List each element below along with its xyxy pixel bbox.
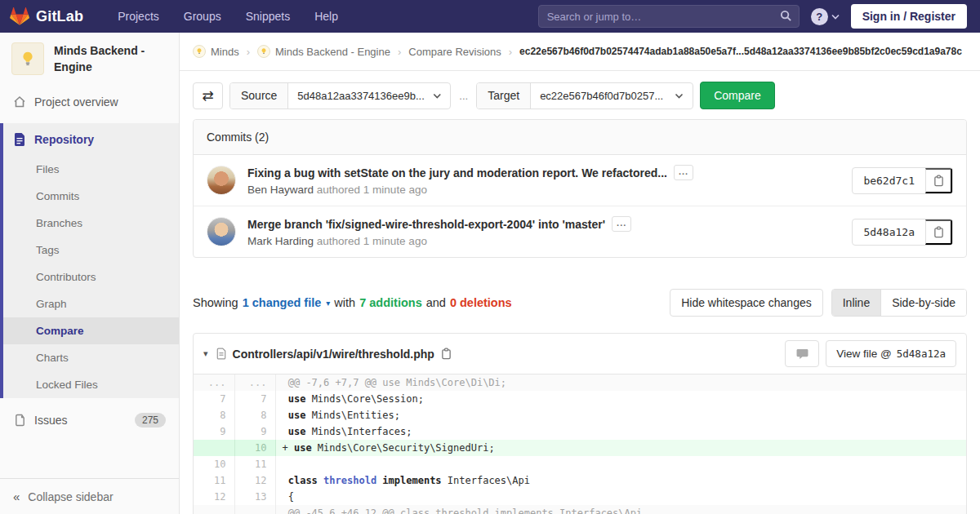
diff-view-toggle: Inline Side-by-side [831, 289, 967, 317]
commit-description-toggle[interactable]: ... [612, 216, 631, 232]
old-line-number[interactable]: 12 [194, 489, 234, 505]
file-path-link[interactable]: Controllers/api/v1/wire/threshold.php [233, 348, 434, 361]
commit-authored-time: authored 1 minute ago [317, 235, 427, 247]
help-question-icon: ? [811, 8, 828, 25]
sign-in-register-button[interactable]: Sign in / Register [851, 4, 967, 29]
copy-file-path-button[interactable] [441, 348, 452, 360]
commit-sha[interactable]: 5d48a12a [853, 219, 925, 245]
nav-item-groups[interactable]: Groups [184, 10, 221, 23]
swap-revisions-button[interactable]: ⇄ [193, 82, 223, 109]
commit-row: Merge branch 'fix/signed-wire-threshold-… [194, 206, 966, 257]
group-avatar [193, 45, 206, 58]
diff-line-row: 11 12 class threshold implements Interfa… [194, 472, 966, 489]
diff-added-line-row: 10 + use Minds\Core\Security\SignedUri; [194, 440, 966, 456]
new-line-number[interactable]: 12 [234, 472, 275, 489]
sidebar-item-project-overview[interactable]: Project overview [0, 86, 179, 118]
search-input[interactable] [538, 5, 800, 28]
commit-description-toggle[interactable]: ... [674, 165, 693, 180]
diff-line-row: 8 8 use Minds\Entities; [194, 407, 966, 423]
copy-sha-button[interactable] [925, 219, 952, 245]
top-navbar: GitLab Projects Groups Snippets Help ? S… [0, 0, 980, 33]
breadcrumb-project[interactable]: Minds Backend - Engine [257, 45, 390, 58]
commit-sha[interactable]: be62d7c1 [853, 168, 925, 193]
inline-view-toggle[interactable]: Inline [832, 290, 881, 316]
clipboard-icon [933, 226, 944, 238]
old-line-number[interactable]: 9 [194, 423, 234, 440]
old-line-number[interactable] [194, 440, 234, 456]
chevron-down-icon [433, 93, 442, 99]
gitlab-logo[interactable]: GitLab [10, 7, 83, 26]
commit-sha-box: be62d7c1 [852, 167, 953, 194]
diff-table: ... ... @@ -7,6 +7,7 @@ use Minds\Core\D… [194, 374, 966, 514]
brand-name: GitLab [36, 8, 83, 25]
target-ref-dropdown[interactable]: ec22e567b46f0d7b0257... [531, 83, 693, 109]
main-menu: Projects Groups Snippets Help [118, 10, 338, 23]
caret-down-icon: ▾ [326, 299, 330, 308]
sidebar-item-commits[interactable]: Commits [3, 183, 179, 210]
commit-author-name[interactable]: Ben Hayward [247, 184, 314, 196]
diff-line-row: 7 7 use Minds\Core\Session; [194, 391, 966, 407]
file-diff-panel: ▾ Controllers/api/v1/wire/threshold.php [193, 333, 967, 514]
commit-author-name[interactable]: Mark Harding [247, 235, 314, 247]
commit-author-avatar[interactable] [207, 166, 236, 195]
breadcrumb-group[interactable]: Minds [193, 45, 239, 58]
old-line-number[interactable]: 8 [194, 407, 234, 423]
help-dropdown[interactable]: ? [811, 8, 840, 25]
nav-item-projects[interactable]: Projects [118, 10, 159, 23]
breadcrumb-separator: › [247, 46, 250, 58]
range-separator: ... [457, 90, 470, 102]
new-line-number[interactable]: 10 [234, 440, 275, 456]
sidebar-item-branches[interactable]: Branches [3, 210, 179, 237]
search-box [538, 5, 800, 28]
sidebar-item-tags[interactable]: Tags [3, 237, 179, 264]
source-label: Source [230, 83, 288, 109]
sidebar-item-files[interactable]: Files [3, 156, 179, 183]
breadcrumb-separator: › [398, 46, 401, 58]
source-ref-dropdown[interactable]: 5d48a12aa3374136ee9b... [288, 83, 450, 109]
sidebar-item-issues[interactable]: Issues 275 [0, 403, 179, 437]
new-line-number[interactable]: 9 [234, 423, 275, 440]
sidebar-item-charts[interactable]: Charts [3, 344, 179, 371]
collapse-diff-caret-icon[interactable]: ▾ [203, 348, 208, 359]
commit-author-avatar[interactable] [207, 217, 236, 246]
chevron-down-icon [831, 14, 840, 20]
changed-files-dropdown[interactable]: 1 changed file [243, 296, 322, 309]
search-icon [780, 10, 792, 22]
project-context-link[interactable]: Minds Backend - Engine [0, 33, 179, 86]
new-line-number[interactable]: 11 [234, 456, 275, 472]
nav-item-help[interactable]: Help [314, 10, 338, 23]
home-icon [13, 95, 26, 109]
with-label: with [334, 296, 355, 309]
nav-item-snippets[interactable]: Snippets [246, 10, 290, 23]
sidebar-item-locked-files[interactable]: Locked Files [3, 371, 179, 398]
new-line-number[interactable]: 7 [234, 391, 275, 407]
sidebar-item-contributors[interactable]: Contributors [3, 264, 179, 290]
compare-form: ⇄ Source 5d48a12aa3374136ee9b... ... Tar… [193, 82, 967, 109]
sidebar-item-compare[interactable]: Compare [3, 317, 179, 344]
new-line-number[interactable]: 13 [234, 489, 275, 505]
view-file-button[interactable]: View file @ 5d48a12a [826, 340, 956, 367]
gitlab-tanuki-icon [10, 7, 29, 26]
old-line-number[interactable]: 7 [194, 391, 234, 407]
side-by-side-view-toggle[interactable]: Side-by-side [881, 290, 966, 316]
old-line-number[interactable]: 11 [194, 472, 234, 489]
toggle-comments-button[interactable] [785, 340, 819, 367]
sidebar-item-repository[interactable]: Repository [3, 123, 179, 156]
old-line-number[interactable]: 10 [194, 456, 234, 472]
breadcrumb: Minds › Minds Backend - Engine › Compare… [180, 33, 980, 71]
sidebar-item-graph[interactable]: Graph [3, 290, 179, 317]
diff-line-row: 10 11 [194, 456, 966, 472]
showing-label: Showing [193, 296, 238, 309]
copy-sha-button[interactable] [925, 168, 952, 193]
additions-count: 7 additions [359, 296, 422, 309]
commit-title-link[interactable]: Fixing a bug with setState on the jury a… [247, 166, 667, 179]
collapse-sidebar-button[interactable]: « Collapse sidebar [0, 478, 179, 514]
hide-whitespace-button[interactable]: Hide whitespace changes [670, 289, 823, 317]
comment-bubble-icon [796, 348, 808, 359]
commit-title-link[interactable]: Merge branch 'fix/signed-wire-threshold-… [247, 218, 605, 231]
compare-button[interactable]: Compare [700, 82, 775, 109]
new-line-number[interactable]: 8 [234, 407, 275, 423]
repository-doc-icon [13, 133, 26, 146]
project-avatar [11, 42, 44, 75]
breadcrumb-compare-revisions[interactable]: Compare Revisions [408, 46, 501, 58]
